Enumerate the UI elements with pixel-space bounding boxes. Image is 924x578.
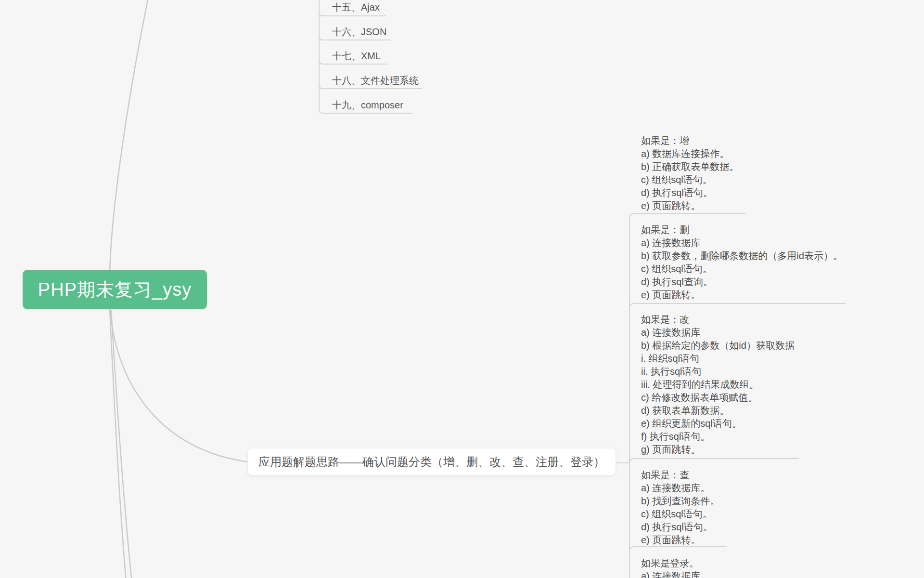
topic-15-ajax[interactable]: 十五、Ajax <box>332 1 380 14</box>
solution-line: iii. 处理得到的结果成数组。 <box>641 378 795 391</box>
topic-18-files[interactable]: 十八、文件处理系统 <box>332 74 419 87</box>
solution-block-add[interactable]: 如果是：增 a) 数据库连接操作。 b) 正确获取表单数据。 c) 组织sql语… <box>641 134 739 212</box>
branch-curve-down-2 <box>111 310 132 578</box>
solution-line: i. 组织sql语句 <box>641 352 795 365</box>
solution-title: 如果是：查 <box>641 469 719 482</box>
solution-block-delete[interactable]: 如果是：删 a) 连接数据库 b) 获取参数，删除哪条数据的（多用id表示）。 … <box>641 223 843 302</box>
solution-line: e) 页面跳转。 <box>641 199 739 212</box>
topic-16-json[interactable]: 十六、JSON <box>332 26 386 39</box>
solution-line: e) 页面跳转。 <box>641 534 719 547</box>
solution-line: b) 正确获取表单数据。 <box>641 160 739 173</box>
solution-underline <box>629 547 727 552</box>
solution-line: b) 根据给定的参数（如id）获取数据 <box>641 339 795 352</box>
application-topic[interactable]: 应用题解题思路——确认问题分类（增、删、改、查、注册、登录） <box>247 448 616 475</box>
solution-line: ii. 执行sql语句 <box>641 365 795 378</box>
solution-line: d) 执行sql语句。 <box>641 521 719 534</box>
solution-title: 如果是登录。 <box>641 557 700 570</box>
solution-line: a) 连接数据库 <box>641 326 795 339</box>
solution-line: d) 获取表单新数据。 <box>641 404 795 417</box>
solution-line: b) 获取参数，删除哪条数据的（多用id表示）。 <box>641 250 843 263</box>
solution-line: d) 执行sql查询。 <box>641 276 843 289</box>
central-topic[interactable]: PHP期末复习_ysy <box>23 270 207 309</box>
solution-block-select[interactable]: 如果是：查 a) 连接数据库。 b) 找到查询条件。 c) 组织sql语句。 d… <box>641 469 719 547</box>
solution-line: c) 组织sql语句。 <box>641 263 843 276</box>
solution-line: e) 页面跳转。 <box>641 289 843 302</box>
solution-line: c) 组织sql语句。 <box>641 508 719 521</box>
solution-line: d) 执行sql语句。 <box>641 186 739 199</box>
solution-line: a) 连接数据库 <box>641 236 843 250</box>
solution-title: 如果是：增 <box>641 134 739 147</box>
solution-line: a) 连接数据库。 <box>641 482 719 495</box>
topic-19-composer[interactable]: 十九、composer <box>332 99 403 112</box>
branch-curve-to-application <box>110 311 248 462</box>
solution-line: a) 数据库连接操作。 <box>641 147 739 160</box>
solution-underline <box>629 303 846 308</box>
solution-line: g) 页面跳转。 <box>641 443 795 456</box>
solution-line: c) 组织sql语句。 <box>641 173 739 186</box>
solution-block-login[interactable]: 如果是登录。 a) 连接数据库 <box>641 557 700 578</box>
solution-title: 如果是：改 <box>641 313 795 326</box>
branch-curve-up <box>110 0 149 272</box>
solution-line: f) 执行sql语句。 <box>641 430 795 443</box>
mindmap-canvas: PHP期末复习_ysy 十五、Ajax 十六、JSON 十七、XML 十八、文件… <box>0 0 924 578</box>
solution-block-update[interactable]: 如果是：改 a) 连接数据库 b) 根据给定的参数（如id）获取数据 i. 组织… <box>641 313 795 456</box>
solution-line: c) 给修改数据表单项赋值。 <box>641 391 795 404</box>
solution-title: 如果是：删 <box>641 223 843 236</box>
topic-17-xml[interactable]: 十七、XML <box>332 50 381 63</box>
solution-line: b) 找到查询条件。 <box>641 495 719 508</box>
solution-line: a) 连接数据库 <box>641 570 700 578</box>
branch-curve-down-1 <box>110 309 126 578</box>
solution-line: e) 组织更新的sql语句。 <box>641 417 795 430</box>
solution-underline <box>629 459 799 463</box>
